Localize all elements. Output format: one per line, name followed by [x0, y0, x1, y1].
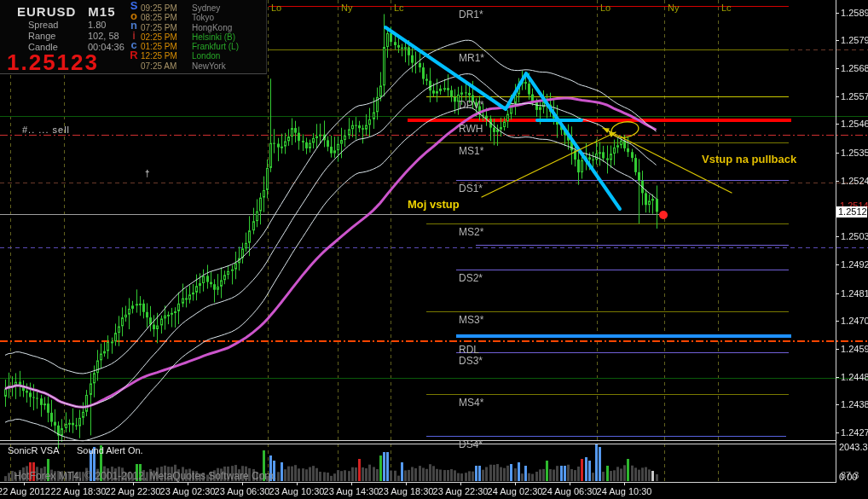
range-value: 102, 58 — [88, 31, 119, 41]
spread-row: Spread 1.80 — [28, 20, 58, 30]
mt4-chart-window: LoNyLcLoNyLcDR1*MR1*DPV*RWHMS1*DS1*MS2*D… — [0, 0, 868, 499]
session-row: 07:25 AMNewYork — [141, 61, 239, 71]
indicator-title: SonicR VSA Sound Alert On. — [8, 445, 143, 455]
volume-scale-max: 2043.3 — [839, 442, 868, 452]
session-time: 02:25 PM — [141, 32, 185, 42]
range-row: Range 102, 58 — [28, 31, 55, 41]
indicator-name: SonicR VSA — [8, 445, 59, 455]
session-city: Frankfurt (L) — [192, 42, 239, 51]
session-city: London — [192, 51, 220, 61]
session-time: 07:25 AM — [141, 61, 185, 71]
session-city: Tokyo — [192, 13, 214, 22]
sell-order-label[interactable]: #.. ... sell — [22, 125, 70, 135]
spread-value: 1.80 — [88, 20, 106, 30]
session-row: 09:25 PMSydney — [141, 3, 239, 13]
session-row: 02:25 PMHelsinki (B) — [141, 32, 239, 42]
session-city: Sydney — [192, 3, 220, 13]
session-time: 12:25 PM — [141, 51, 185, 61]
volume-scale-min: 0.00 87.3 — [839, 472, 857, 482]
sound-alert-status: Sound Alert On. — [77, 445, 143, 455]
current-price-box: 1.25123 — [836, 206, 867, 218]
session-time: 09:25 PM — [141, 3, 185, 13]
bid-price-display: 1.25123 — [7, 49, 99, 76]
symbol-title: EURUSDM15 — [17, 4, 116, 19]
session-time: 01:25 PM — [141, 42, 185, 51]
platform-watermark: HotForex MT4, © 2001-2012, MetaQuotes So… — [14, 470, 276, 482]
session-row: 08:25 PMTokyo — [141, 13, 239, 22]
session-row: 01:25 PMFrankfurt (L) — [141, 42, 239, 51]
sonicr-logo: SonicR — [127, 1, 141, 61]
session-time: 08:25 PM — [141, 13, 185, 22]
sonicr-dashboard: EURUSDM15 Spread 1.80 Range 102, 58 Cand… — [0, 0, 267, 74]
symbol-name: EURUSD — [17, 4, 76, 19]
session-city: Helsinki (B) — [192, 32, 235, 42]
session-city: HongKong — [192, 23, 232, 32]
vstup-pullback-label[interactable]: Vstup na pullback — [702, 153, 796, 165]
timeframe-label: M15 — [88, 4, 115, 19]
session-clock-list: 09:25 PMSydney08:25 PMTokyo07:25 PMHongK… — [141, 3, 239, 71]
session-row: 07:25 PMHongKong — [141, 23, 239, 32]
volume-scale-alt: 87.3 — [841, 470, 859, 480]
session-time: 07:25 PM — [141, 23, 185, 32]
annotation-layer[interactable] — [0, 0, 868, 499]
session-row: 12:25 PMLondon — [141, 51, 239, 61]
sonicr-letter: R — [127, 50, 141, 61]
session-city: NewYork — [192, 61, 226, 71]
moj-vstup-label[interactable]: Moj vstup — [408, 198, 460, 211]
